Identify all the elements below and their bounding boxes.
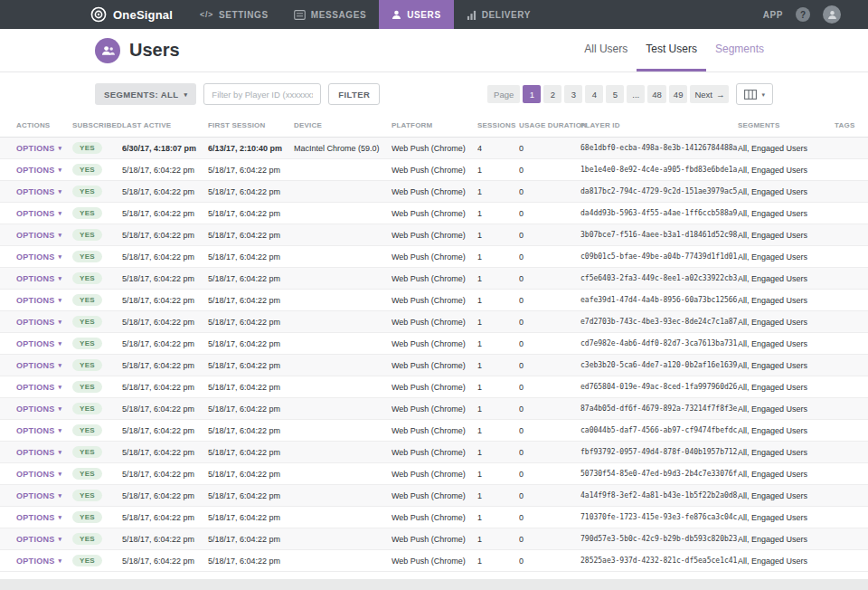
options-dropdown[interactable]: OPTIONS▾ (16, 318, 61, 327)
subscribed-cell: YES (72, 442, 122, 463)
nav-item-settings[interactable]: </> SETTINGS (187, 0, 281, 29)
tags-cell (835, 311, 868, 333)
usage-duration-cell: 0 (519, 528, 580, 550)
user-avatar[interactable] (823, 5, 841, 24)
chevron-down-icon: ▾ (59, 362, 62, 368)
options-dropdown[interactable]: OPTIONS▾ (16, 339, 61, 348)
column-header-device: DEVICE (294, 114, 392, 138)
table-row: OPTIONS▾ YES 5/18/17, 6:04:22 pm 5/18/17… (0, 398, 868, 420)
player-id-cell: cf5e6403-2fa3-449c-8ee1-a02c33922cb3 (580, 268, 738, 290)
column-header-segments: SEGMENTS (738, 114, 835, 138)
help-button[interactable]: ? (796, 7, 810, 22)
options-dropdown[interactable]: OPTIONS▾ (16, 252, 61, 262)
first-session-cell: 5/18/17, 6:04:22 pm (208, 181, 294, 203)
options-dropdown[interactable]: OPTIONS▾ (16, 274, 61, 283)
options-dropdown[interactable]: OPTIONS▾ (16, 187, 61, 196)
subscribed-badge: YES (72, 468, 102, 480)
pagination-page[interactable]: 48 (647, 85, 666, 103)
options-dropdown[interactable]: OPTIONS▾ (16, 383, 61, 392)
filter-button[interactable]: FILTER (328, 83, 380, 105)
platform-cell: Web Push (Chrome) (392, 181, 477, 203)
chevron-down-icon: ▾ (59, 340, 62, 347)
brand[interactable]: OneSignal (0, 0, 187, 29)
sessions-cell: 1 (477, 507, 519, 528)
pagination-next-button[interactable]: Next → (690, 85, 729, 103)
usage-duration-cell: 0 (519, 507, 580, 528)
pagination-page[interactable]: 4 (585, 85, 603, 103)
app-selector[interactable]: APP (763, 10, 783, 20)
pagination-page[interactable]: 1 (523, 85, 541, 103)
tags-cell (835, 203, 868, 224)
sessions-cell: 1 (477, 290, 519, 311)
tab-segments[interactable]: Segments (706, 29, 773, 71)
options-dropdown[interactable]: OPTIONS▾ (16, 296, 61, 305)
usage-duration-cell: 0 (519, 159, 580, 181)
pagination-page[interactable]: 2 (543, 85, 561, 103)
options-dropdown[interactable]: OPTIONS▾ (16, 166, 61, 175)
chevron-down-icon: ▾ (59, 449, 62, 455)
player-id-cell: 68e1dbf0-ecba-498a-8e3b-14126784488a (580, 138, 738, 159)
usage-duration-cell: 0 (519, 485, 580, 507)
player-id-filter-input[interactable] (203, 83, 321, 105)
pagination-page[interactable]: 5 (606, 85, 624, 103)
brand-label: OneSignal (113, 8, 173, 22)
pagination-page[interactable]: 3 (564, 85, 582, 103)
tags-cell (835, 398, 868, 420)
tags-cell (835, 159, 868, 181)
nav-item-delivery[interactable]: DELIVERY (454, 0, 543, 29)
options-dropdown[interactable]: OPTIONS▾ (16, 231, 61, 240)
actions-cell: OPTIONS▾ (0, 398, 72, 420)
options-dropdown[interactable]: OPTIONS▾ (16, 535, 61, 544)
nav-item-messages[interactable]: MESSAGES (281, 0, 379, 29)
tab-all-users[interactable]: All Users (575, 29, 637, 71)
chevron-down-icon: ▾ (59, 536, 62, 542)
usage-duration-cell: 0 (519, 550, 580, 572)
player-id-cell: da817bc2-794c-4729-9c2d-151ae3979ac5 (580, 181, 738, 203)
segments-cell: All, Engaged Users (738, 355, 835, 376)
platform-cell: Web Push (Chrome) (392, 138, 477, 159)
options-dropdown[interactable]: OPTIONS▾ (16, 144, 61, 153)
chevron-down-icon: ▾ (59, 167, 62, 173)
options-dropdown[interactable]: OPTIONS▾ (16, 448, 61, 457)
segments-cell: All, Engaged Users (738, 138, 835, 159)
subscribed-badge: YES (72, 446, 102, 458)
options-dropdown[interactable]: OPTIONS▾ (16, 426, 61, 435)
tags-cell (835, 290, 868, 311)
options-dropdown[interactable]: OPTIONS▾ (16, 404, 61, 414)
options-dropdown[interactable]: OPTIONS▾ (16, 557, 61, 566)
chevron-down-icon: ▾ (59, 145, 62, 151)
subscribed-cell: YES (72, 246, 122, 268)
first-session-cell: 5/18/17, 6:04:22 pm (208, 290, 294, 311)
options-dropdown[interactable]: OPTIONS▾ (16, 470, 61, 479)
sessions-cell: 1 (477, 463, 519, 485)
options-dropdown[interactable]: OPTIONS▾ (16, 361, 61, 370)
subscribed-cell: YES (72, 138, 122, 159)
segments-dropdown[interactable]: SEGMENTS: ALL ▾ (95, 83, 196, 105)
users-table-body: OPTIONS▾ YES 6/30/17, 4:18:07 pm 6/13/17… (0, 138, 868, 572)
options-dropdown[interactable]: OPTIONS▾ (16, 209, 61, 218)
toolbar: SEGMENTS: ALL ▾ FILTER Page 12345...4849… (95, 83, 773, 105)
player-id-cell: 790d57e3-5b0c-42c9-b29b-db593c820b23 (580, 528, 738, 550)
tags-cell (835, 333, 868, 355)
sessions-cell: 1 (477, 442, 519, 463)
tab-test-users[interactable]: Test Users (637, 29, 706, 71)
pagination-page[interactable]: ... (627, 85, 645, 103)
options-dropdown[interactable]: OPTIONS▾ (16, 513, 61, 522)
last-active-cell: 6/30/17, 4:18:07 pm (122, 138, 208, 159)
player-id-cell: c09b01c5-bfae-49be-a04b-77439d1f1d01 (580, 246, 738, 268)
table-row: OPTIONS▾ YES 5/18/17, 6:04:22 pm 5/18/17… (0, 333, 868, 355)
player-id-cell: cd7e982e-4ab6-4df0-82d7-3ca7613ba731 (580, 333, 738, 355)
column-picker-button[interactable]: ▾ (736, 83, 773, 105)
options-label: OPTIONS (16, 318, 55, 327)
last-active-cell: 5/18/17, 6:04:22 pm (122, 311, 208, 333)
header-tabs: All Users Test Users Segments (575, 29, 773, 71)
nav-item-users[interactable]: USERS (379, 0, 453, 29)
options-dropdown[interactable]: OPTIONS▾ (16, 491, 61, 500)
device-cell (294, 224, 392, 246)
table-row: OPTIONS▾ YES 5/18/17, 6:04:22 pm 5/18/17… (0, 463, 868, 485)
actions-cell: OPTIONS▾ (0, 290, 72, 311)
device-cell (294, 463, 392, 485)
player-id-cell: 1be1e4e0-8e92-4c4e-a905-fbd83e6bde1a (580, 159, 738, 181)
pagination-page[interactable]: 49 (669, 85, 688, 103)
options-label: OPTIONS (16, 361, 55, 370)
